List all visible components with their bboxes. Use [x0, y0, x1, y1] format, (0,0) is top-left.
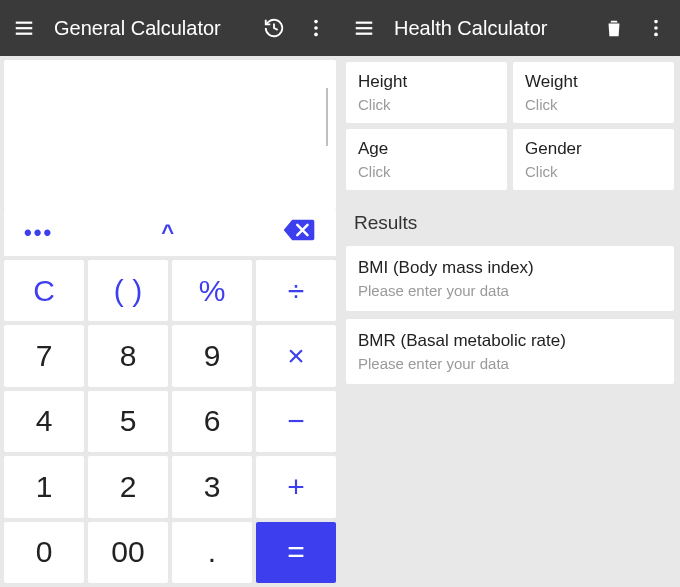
key-0[interactable]: 0 [4, 522, 84, 583]
input-label: Height [358, 72, 495, 92]
key-00[interactable]: 00 [88, 522, 168, 583]
input-label: Weight [525, 72, 662, 92]
svg-point-9 [654, 20, 658, 24]
key-dot[interactable]: . [172, 522, 252, 583]
cursor-icon [326, 88, 328, 146]
svg-rect-0 [16, 22, 33, 24]
delete-icon[interactable] [602, 16, 626, 40]
history-icon[interactable] [262, 16, 286, 40]
key-multiply[interactable]: × [256, 325, 336, 386]
key-subtract[interactable]: − [256, 391, 336, 452]
input-hint: Click [358, 163, 495, 180]
key-add[interactable]: + [256, 456, 336, 517]
svg-rect-6 [356, 22, 373, 24]
key-8[interactable]: 8 [88, 325, 168, 386]
result-hint: Please enter your data [358, 355, 662, 372]
key-divide[interactable]: ÷ [256, 260, 336, 321]
result-label: BMR (Basal metabolic rate) [358, 331, 662, 351]
key-4[interactable]: 4 [4, 391, 84, 452]
svg-point-10 [654, 26, 658, 30]
svg-point-11 [654, 33, 658, 37]
inputs-grid: Height Click Weight Click Age Click Gend… [340, 56, 680, 196]
general-topbar: General Calculator [0, 0, 340, 56]
key-5[interactable]: 5 [88, 391, 168, 452]
general-calculator-panel: General Calculator ••• ^ C ( ) % ÷ 7 8 9… [0, 0, 340, 587]
health-topbar: Health Calculator [340, 0, 680, 56]
input-age[interactable]: Age Click [346, 129, 507, 190]
key-equals[interactable]: = [256, 522, 336, 583]
svg-point-3 [314, 20, 318, 24]
health-title: Health Calculator [394, 17, 584, 40]
key-parentheses[interactable]: ( ) [88, 260, 168, 321]
input-weight[interactable]: Weight Click [513, 62, 674, 123]
keypad: C ( ) % ÷ 7 8 9 × 4 5 6 − 1 2 3 + 0 00 .… [0, 256, 340, 587]
input-hint: Click [358, 96, 495, 113]
more-functions-button[interactable]: ••• [24, 220, 53, 246]
results-header: Results [340, 196, 680, 246]
calc-display[interactable] [4, 60, 336, 210]
menu-icon[interactable] [12, 16, 36, 40]
input-height[interactable]: Height Click [346, 62, 507, 123]
function-row: ••• ^ [4, 210, 336, 256]
result-label: BMI (Body mass index) [358, 258, 662, 278]
svg-rect-1 [16, 27, 33, 29]
key-3[interactable]: 3 [172, 456, 252, 517]
input-hint: Click [525, 163, 662, 180]
key-clear[interactable]: C [4, 260, 84, 321]
key-percent[interactable]: % [172, 260, 252, 321]
svg-point-5 [314, 33, 318, 37]
input-label: Age [358, 139, 495, 159]
svg-rect-7 [356, 27, 373, 29]
key-2[interactable]: 2 [88, 456, 168, 517]
input-hint: Click [525, 96, 662, 113]
input-label: Gender [525, 139, 662, 159]
svg-point-4 [314, 26, 318, 30]
general-title: General Calculator [54, 17, 244, 40]
result-hint: Please enter your data [358, 282, 662, 299]
key-7[interactable]: 7 [4, 325, 84, 386]
key-1[interactable]: 1 [4, 456, 84, 517]
health-calculator-panel: Health Calculator Height Click Weight Cl… [340, 0, 680, 587]
result-bmi: BMI (Body mass index) Please enter your … [346, 246, 674, 311]
backspace-icon[interactable] [282, 216, 316, 250]
overflow-icon[interactable] [304, 16, 328, 40]
key-9[interactable]: 9 [172, 325, 252, 386]
result-bmr: BMR (Basal metabolic rate) Please enter … [346, 319, 674, 384]
svg-rect-2 [16, 33, 33, 35]
key-6[interactable]: 6 [172, 391, 252, 452]
svg-rect-8 [356, 33, 373, 35]
input-gender[interactable]: Gender Click [513, 129, 674, 190]
overflow-icon[interactable] [644, 16, 668, 40]
caret-button[interactable]: ^ [161, 220, 174, 246]
menu-icon[interactable] [352, 16, 376, 40]
